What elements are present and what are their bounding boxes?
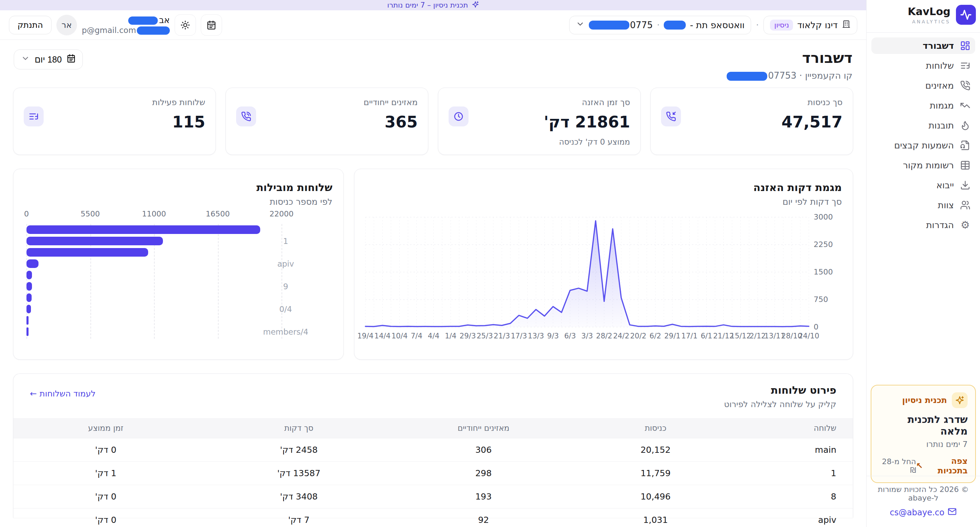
area-x-tick: 6/3 bbox=[564, 332, 576, 340]
users-icon bbox=[960, 200, 970, 210]
stat-card-total-entries: סך כניסות 47,517 bbox=[651, 87, 853, 155]
sidebar-item-listeners[interactable]: מאזינים bbox=[871, 77, 975, 94]
envelope-icon bbox=[948, 507, 957, 518]
area-x-tick: 29/3 bbox=[460, 332, 476, 340]
sidebar-item-trends[interactable]: מגמות bbox=[871, 97, 975, 114]
phone-call-icon bbox=[960, 80, 970, 91]
trending-up-icon bbox=[960, 100, 970, 111]
brand-name: KavLog bbox=[908, 5, 950, 17]
separator-dot: · bbox=[756, 20, 759, 30]
user-name: אב bbox=[82, 15, 170, 25]
area-x-tick: 2/12 bbox=[750, 332, 766, 340]
kavlog-logo-icon bbox=[956, 5, 976, 25]
area-y-tick: 1500 bbox=[814, 268, 833, 276]
top-extensions-chart-card: שלוחות מובילות לפי מספר כניסות 055001100… bbox=[13, 169, 344, 360]
trial-badge: תכנית ניסיון bbox=[902, 395, 947, 405]
list-tree-icon bbox=[24, 106, 44, 126]
sidebar-item-source-records[interactable]: רשומות מקור bbox=[871, 157, 975, 173]
logout-button[interactable]: התנתק bbox=[9, 16, 52, 34]
user-info: אב p@gmail.com bbox=[82, 15, 170, 35]
sidebar-item-label: רשומות מקור bbox=[903, 160, 954, 170]
flame-icon bbox=[960, 120, 970, 130]
phone-call-icon bbox=[236, 106, 256, 126]
chart-subtitle: סך דקות לפי יום bbox=[365, 197, 842, 207]
redaction-blob bbox=[137, 27, 170, 35]
avatar: אר bbox=[56, 15, 77, 35]
table-header-row: שלוחה כניסות מאזינים ייחודיים סך דקות זמ… bbox=[13, 418, 853, 438]
bar bbox=[27, 305, 31, 313]
trial-price: החל מ-28 ₪ bbox=[879, 457, 916, 475]
extensions-page-link[interactable]: לעמוד השלוחות← bbox=[30, 389, 95, 398]
bar-category-label: 1 bbox=[251, 237, 320, 246]
sidebar-item-team[interactable]: צוות bbox=[871, 197, 975, 213]
clock-icon bbox=[449, 106, 469, 126]
brand: KavLog ANALYTICS bbox=[867, 0, 980, 30]
page-title: דשבורד bbox=[727, 49, 853, 66]
stat-cards-row: סך כניסות 47,517 סך זמן האזנה 21861 דק' … bbox=[0, 86, 866, 155]
area-chart-svg bbox=[365, 217, 809, 327]
area-x-tick: 6/1 bbox=[700, 332, 712, 340]
stat-card-active-extensions: שלוחות פעילות 115 bbox=[13, 87, 216, 155]
table-row[interactable]: main20,1523062458 דק'0 דק' bbox=[13, 438, 853, 461]
support-email-link[interactable]: cs@abaye.co bbox=[873, 507, 973, 518]
sparkles-icon bbox=[472, 1, 479, 10]
list-tree-icon bbox=[960, 60, 970, 71]
bar bbox=[27, 259, 38, 268]
divider bbox=[867, 32, 980, 33]
sidebar-item-label: מאזינים bbox=[925, 80, 954, 91]
area-x-tick: 28/2 bbox=[596, 332, 612, 340]
area-x-tick: 13/3 bbox=[528, 332, 544, 340]
copyright-text: © 2026 כל הזכויות שמורות ל-abaye bbox=[873, 485, 973, 502]
table-row[interactable]: 810,4961933408 דק'0 דק' bbox=[13, 485, 853, 508]
area-x-tick: 21/3 bbox=[493, 332, 510, 340]
table-title: פירוט שלוחות bbox=[724, 384, 836, 396]
area-x-tick: 14/4 bbox=[374, 332, 390, 340]
sidebar-item-dashboard[interactable]: דשבורד bbox=[871, 37, 975, 54]
bar-axis-tick: 16500 bbox=[206, 210, 230, 218]
table-subtitle: קליק על שלוחה לצלילה לפירוט bbox=[724, 400, 836, 409]
calendar-button[interactable] bbox=[201, 14, 222, 36]
listening-trend-chart-card: מגמת דקות האזנה סך דקות לפי יום 07501500… bbox=[354, 169, 853, 360]
trial-status-badge: ניסיון bbox=[770, 20, 793, 30]
view-plans-link[interactable]: צפה בתכניות↖ bbox=[916, 456, 967, 475]
sidebar-item-insights[interactable]: תובנות bbox=[871, 117, 975, 133]
brand-subtitle: ANALYTICS bbox=[908, 19, 950, 24]
chart-subtitle: לפי מספר כניסות bbox=[24, 197, 332, 207]
line-selector-dropdown[interactable]: וואטסאפ תת - · 0775 bbox=[569, 16, 751, 34]
file-audio-icon bbox=[960, 140, 970, 151]
stat-card-unique-listeners: מאזינים ייחודיים 365 bbox=[226, 87, 428, 155]
sidebar-nav: דשבורד שלוחות מאזינים מגמות bbox=[867, 37, 980, 233]
sidebar-item-import[interactable]: ייבוא bbox=[871, 177, 975, 194]
area-x-tick: 25/3 bbox=[477, 332, 493, 340]
app-root: KavLog ANALYTICS דשבורד שלוחות bbox=[0, 0, 980, 527]
theme-toggle-button[interactable] bbox=[175, 14, 196, 36]
org-line-cluster: דינו קלאוד ניסיון · וואטסאפ תת - · 0775 bbox=[569, 16, 857, 34]
chart-title: מגמת דקות האזנה bbox=[365, 181, 842, 194]
bar-axis-tick: 11000 bbox=[142, 210, 166, 218]
bar bbox=[27, 271, 32, 279]
bar bbox=[27, 248, 148, 257]
trial-plan-card: תכנית ניסיון שדרג לתכנית מלאה 7 ימים נות… bbox=[871, 385, 976, 483]
bar bbox=[27, 327, 29, 336]
sidebar-item-label: תובנות bbox=[928, 120, 954, 130]
org-selector[interactable]: דינו קלאוד ניסיון bbox=[764, 16, 857, 34]
chevron-down-icon bbox=[576, 20, 585, 30]
extensions-table: שלוחה כניסות מאזינים ייחודיים סך דקות זמ… bbox=[13, 418, 853, 527]
table-row[interactable]: apiv1,031927 דק'0 דק' bbox=[13, 508, 853, 527]
sidebar-item-extensions[interactable]: שלוחות bbox=[871, 57, 975, 74]
sidebar-footer: © 2026 כל הזכויות שמורות ל-abaye cs@abay… bbox=[867, 476, 980, 527]
external-arrow-icon: ↖ bbox=[916, 461, 923, 471]
date-range-button[interactable]: 180 יום bbox=[14, 49, 83, 70]
area-x-tick: 4/4 bbox=[428, 332, 440, 340]
user-email: p@gmail.com bbox=[82, 25, 170, 35]
dashboard-grid-icon bbox=[960, 41, 970, 51]
trial-days-left: 7 ימים נותרו bbox=[879, 440, 967, 449]
bar-axis-tick: 0 bbox=[24, 210, 29, 218]
bar-axis-tick: 5500 bbox=[81, 210, 100, 218]
table-icon bbox=[960, 160, 970, 170]
area-x-tick: 15/12 bbox=[730, 332, 751, 340]
area-x-tick: 29/1 bbox=[664, 332, 680, 340]
table-row[interactable]: 111,75929813587 דק'1 דק' bbox=[13, 461, 853, 485]
sidebar-item-settings[interactable]: ⚙ הגדרות bbox=[871, 217, 975, 233]
sidebar-item-file-plays[interactable]: השמעות קבצים bbox=[871, 137, 975, 154]
